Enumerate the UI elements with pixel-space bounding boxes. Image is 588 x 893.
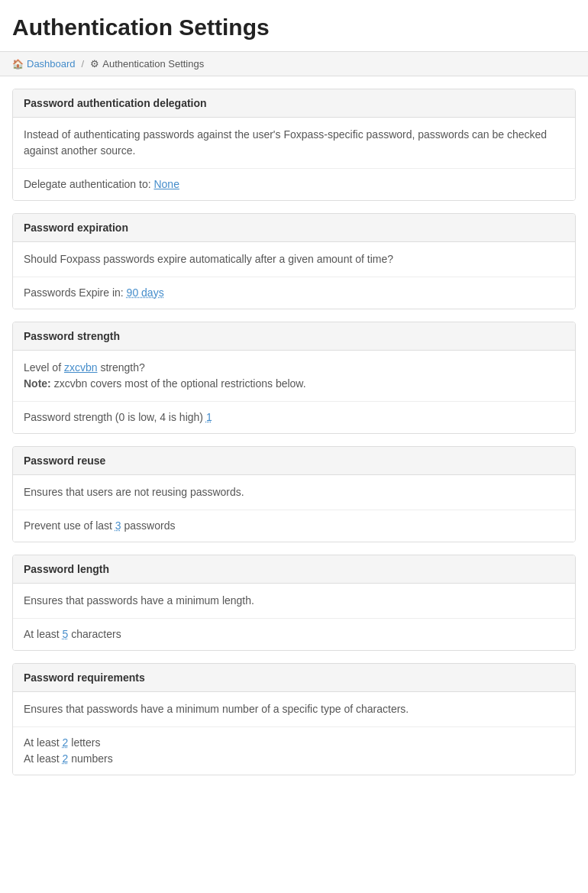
section-body-expiration: Should Foxpass passwords expire automati… [13,242,575,277]
section-value-strength: Password strength (0 is low, 4 is high) … [13,402,575,433]
requirement-letters-line: At least 2 letters [24,735,564,751]
breadcrumb-current: Authentication Settings [90,58,204,70]
section-password-strength: Password strength Level of zxcvbn streng… [12,322,576,434]
note-label: Note: [24,377,51,390]
letters-value-link[interactable]: 2 [63,736,69,749]
breadcrumb-dashboard-link[interactable]: Dashboard [27,58,76,70]
section-value-delegation: Delegate authentication to: None [13,169,575,200]
section-header-reuse: Password reuse [13,447,575,475]
expiration-value-link[interactable]: 90 days [127,286,164,299]
requirement-numbers-line: At least 2 numbers [24,751,564,767]
section-body-reuse: Ensures that users are not reusing passw… [13,475,575,510]
breadcrumb-current-label: Authentication Settings [102,58,204,70]
section-body-strength: Level of zxcvbn strength? Note: zxcvbn c… [13,351,575,402]
section-password-reuse: Password reuse Ensures that users are no… [12,446,576,542]
section-body-delegation: Instead of authenticating passwords agai… [13,118,575,169]
section-value-expiration: Passwords Expire in: 90 days [13,277,575,309]
numbers-value-link[interactable]: 2 [63,752,69,765]
section-header-length: Password length [13,555,575,584]
section-value-reuse: Prevent use of last 3 passwords [13,510,575,542]
section-body-length: Ensures that passwords have a minimum le… [13,584,575,619]
section-header-strength: Password strength [13,322,575,351]
gear-icon [90,58,99,70]
length-value-link[interactable]: 5 [63,628,69,640]
section-header-delegation: Password authentication delegation [13,89,575,118]
dashboard-icon [12,59,24,70]
note-text: zxcvbn covers most of the optional restr… [51,377,306,390]
section-password-delegation: Password authentication delegation Inste… [12,89,576,201]
section-header-expiration: Password expiration [13,214,575,242]
breadcrumb-separator: / [82,58,85,70]
main-content: Password authentication delegation Inste… [0,76,588,788]
breadcrumb: Dashboard / Authentication Settings [0,52,588,76]
delegation-value-link[interactable]: None [153,178,179,190]
section-password-requirements: Password requirements Ensures that passw… [12,663,576,775]
section-value-length: At least 5 characters [13,619,575,650]
reuse-value-link[interactable]: 3 [115,519,121,532]
section-password-expiration: Password expiration Should Foxpass passw… [12,213,576,309]
section-body-requirements: Ensures that passwords have a minimum nu… [13,692,575,727]
section-password-length: Password length Ensures that passwords h… [12,555,576,651]
zxcvbn-link[interactable]: zxcvbn [64,361,98,374]
strength-value-link[interactable]: 1 [206,411,212,423]
page-header: Authentication Settings [0,0,588,52]
section-value-requirements: At least 2 letters At least 2 numbers [13,727,575,775]
page-title: Authentication Settings [12,12,576,42]
section-header-requirements: Password requirements [13,664,575,692]
